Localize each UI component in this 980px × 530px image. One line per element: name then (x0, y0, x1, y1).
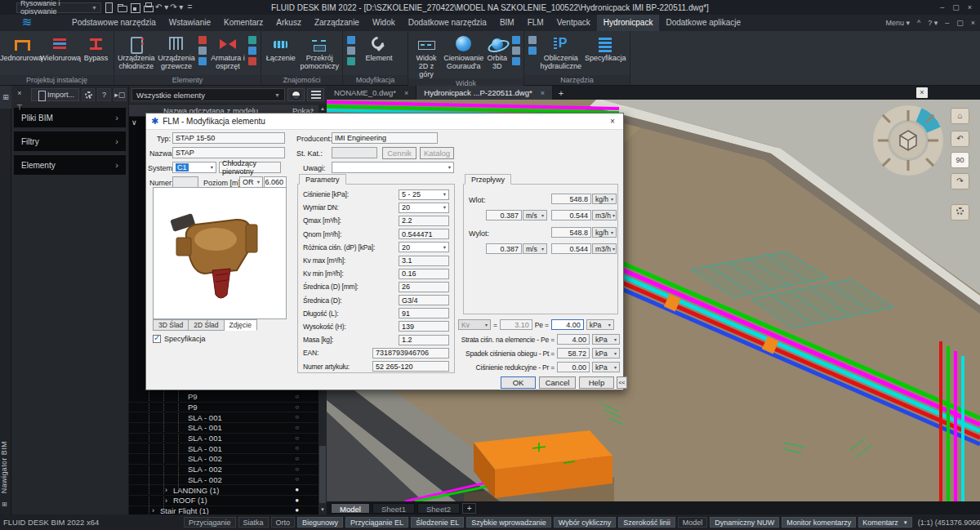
poziom-field[interactable]: 6.060 (264, 176, 287, 188)
restore-icon[interactable]: ▢ (952, 3, 960, 11)
rotate-left-button[interactable]: ↶ (951, 131, 969, 147)
open-file-icon[interactable] (116, 2, 127, 13)
numer-field[interactable] (172, 176, 198, 188)
hydraulic-calc-button[interactable]: Obliczenia hydrauliczne (540, 33, 582, 70)
tab-zdjecie[interactable]: Zdjęcie (225, 319, 257, 331)
help-button[interactable]: ? (97, 88, 110, 101)
undo-icon[interactable]: ↶ ▾ (155, 2, 168, 13)
wylot-velocity-unit[interactable]: m/s (523, 243, 547, 254)
status-toggle[interactable]: Model (678, 517, 708, 528)
status-toggle[interactable]: Siatka (238, 517, 269, 528)
result-unit-select[interactable]: kPa (592, 362, 620, 372)
document-tab[interactable]: NONAME_0.dwg*× (327, 86, 416, 100)
visibility-toggle-button[interactable] (287, 88, 305, 101)
komentarz-dropdown[interactable]: Komentarz▼ (858, 517, 911, 528)
ribbon-tab[interactable]: BIM (493, 15, 521, 31)
fittings-button[interactable]: Armatura i osprzęt (210, 33, 246, 70)
status-toggle[interactable]: Przyciąganie (184, 517, 236, 528)
parameter-value[interactable]: G3/4 (399, 295, 449, 305)
parameter-value[interactable]: 3.1 (399, 256, 449, 266)
tree-row[interactable]: › SLA - 001 ○ (129, 434, 318, 444)
redo-icon[interactable]: ↷ ▾ (170, 2, 183, 13)
mini-tool-icon[interactable] (248, 47, 256, 55)
result-unit-select[interactable]: kPa (592, 348, 620, 359)
save-icon[interactable] (129, 2, 140, 13)
parameter-value[interactable]: 52 265-120 (372, 361, 449, 372)
wlot-volume-unit[interactable]: m3/h (592, 210, 617, 220)
new-tab-button[interactable]: + (553, 88, 569, 98)
panel-close-icon[interactable]: × (17, 89, 21, 97)
tree-row[interactable]: › SLA - 002 ○ (129, 465, 318, 475)
scroll-down-icon[interactable]: ▼ (320, 505, 325, 514)
ribbon-tab[interactable]: FLM (521, 15, 550, 31)
sidebar-item-elementy[interactable]: Elementy› (14, 155, 126, 175)
mini-tool-icon[interactable] (347, 47, 355, 55)
visibility-dot[interactable]: ● (295, 496, 299, 506)
wylot-mass-unit[interactable]: kg/h (592, 227, 617, 238)
ribbon-tab[interactable]: Hydronicpack (597, 15, 660, 31)
visibility-dot[interactable]: ○ (295, 474, 299, 484)
ribbon-tab[interactable]: Wstawianie (163, 15, 217, 31)
kv-select[interactable]: Kv (458, 319, 491, 330)
ribbon-tab[interactable]: Zarządzanie (308, 15, 366, 31)
bypass-button[interactable]: Bypass (81, 33, 111, 62)
ribbon-tab[interactable]: Widok (366, 15, 402, 31)
tab-close-icon[interactable]: × (404, 89, 408, 97)
layout-tab-sheet1[interactable]: Sheet1 (372, 503, 415, 514)
close-icon[interactable]: × (968, 3, 972, 11)
dialog-titlebar[interactable]: ✱ FLM - Modyfikacja elementu × (146, 114, 623, 130)
navigation-wheel[interactable] (862, 101, 954, 183)
visibility-dot[interactable]: ● (295, 506, 299, 514)
pin-icon[interactable]: ⊤ (16, 104, 23, 112)
status-toggle[interactable]: Monitor komentarzy (782, 517, 856, 528)
mini-tool-icon[interactable] (248, 36, 256, 44)
parameter-value[interactable]: 2.2 (399, 216, 449, 226)
mini-tool-icon[interactable] (528, 36, 537, 44)
ribbon-tab[interactable]: Dodatkowe narzędzia (402, 15, 493, 31)
visibility-dot[interactable]: ○ (295, 465, 299, 474)
mini-tool-icon[interactable] (248, 57, 256, 65)
status-toggle[interactable]: Orto (271, 517, 296, 528)
uwagi-select[interactable]: ▾ (332, 162, 454, 173)
mini-tool-icon[interactable] (198, 57, 207, 65)
visibility-dot[interactable]: ○ (295, 454, 299, 464)
rotate-right-button[interactable]: ↷ (951, 173, 969, 189)
visibility-dot[interactable]: ○ (295, 403, 299, 412)
parameter-value[interactable]: 5 - 25 (399, 189, 449, 200)
mini-cube-icon[interactable] (512, 36, 520, 44)
status-toggle[interactable]: Wybór cykliczny (554, 517, 616, 528)
import-button[interactable]: Import... (31, 88, 79, 101)
wlot-mass-unit[interactable]: kg/h (592, 194, 617, 204)
customize-toolbar-icon[interactable]: = (185, 2, 194, 13)
wheel-settings-button[interactable] (951, 204, 969, 220)
minimize-icon[interactable]: – (940, 3, 944, 11)
status-toggle[interactable]: Dynamiczny NUW (710, 517, 779, 528)
tree-row[interactable]: › Stair Flight (1) ● (129, 506, 318, 514)
result-unit-select[interactable]: kPa (592, 334, 620, 345)
system-select[interactable]: C1▾ (172, 162, 216, 173)
print-icon[interactable] (142, 2, 154, 13)
cennik-button[interactable]: Cennik (382, 147, 416, 159)
rotation-angle-value[interactable]: 90 (951, 152, 969, 168)
ribbon-collapse-icon[interactable]: ^ (917, 19, 920, 27)
viewport-close-button[interactable]: × (916, 87, 928, 98)
doc-restore-icon[interactable]: ▢ (956, 19, 964, 27)
tab-3d-slad[interactable]: 3D Ślad (153, 319, 189, 331)
visibility-dot[interactable]: ○ (295, 412, 299, 422)
cooling-devices-button[interactable]: Urządzenia chłodnicze (117, 33, 155, 70)
parameter-value[interactable]: 1.2 (399, 335, 449, 345)
home-view-button[interactable]: ⌂ (951, 108, 969, 124)
wylot-volume-unit[interactable]: m3/h (592, 243, 617, 254)
menu-dropdown[interactable]: Menu ▾ (885, 19, 910, 27)
visibility-dot[interactable]: ○ (295, 443, 299, 453)
stkat-field[interactable] (332, 147, 377, 158)
navigator-tab[interactable]: ⊞ (0, 86, 11, 109)
collapse-button[interactable]: << (617, 376, 627, 389)
parameter-value[interactable]: 26 (399, 282, 449, 292)
document-tab-active[interactable]: Hydronicpack ...P-220511.dwg*× (416, 86, 553, 100)
pe-input[interactable]: 4.00 (551, 319, 584, 330)
heating-devices-button[interactable]: Urządzenia grzewcze (157, 33, 195, 70)
ok-button[interactable]: OK (501, 376, 536, 389)
checkbox-checked-icon[interactable] (153, 335, 161, 343)
typ-field[interactable]: STAP 15-50 (172, 132, 285, 144)
